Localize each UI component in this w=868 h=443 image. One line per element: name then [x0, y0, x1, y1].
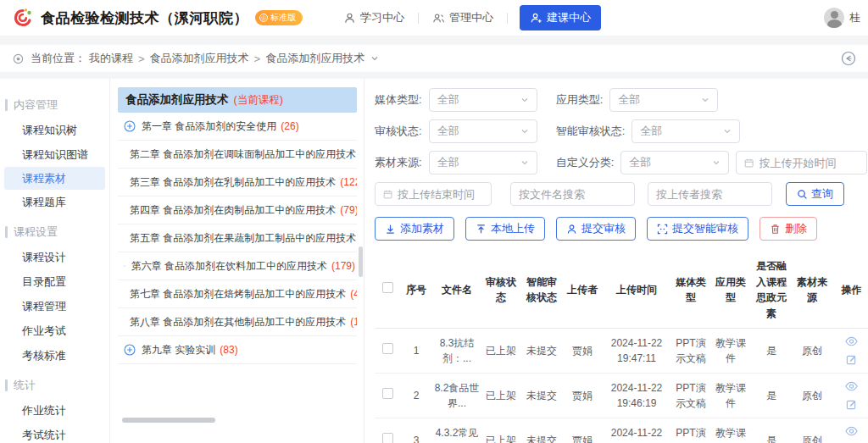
- badge-ring-icon: ◎: [259, 14, 268, 22]
- content-area: 内容管理 课程知识树课程知识图谱课程素材课程题库 课程设置 课程设计目录配置课程…: [0, 79, 868, 443]
- breadcrumb-item-current[interactable]: 食品添加剂应用技术: [265, 51, 364, 66]
- section-bar-icon: [5, 99, 8, 111]
- select-all-checkbox[interactable]: [382, 282, 393, 293]
- upload-end-time-field[interactable]: [398, 188, 483, 201]
- row-source: 原创: [792, 374, 832, 418]
- row-operations: [832, 418, 868, 443]
- sidebar-item[interactable]: 课程知识图谱: [0, 142, 109, 167]
- app-type-value: 全部: [618, 92, 640, 108]
- sidebar-item[interactable]: 课程设计: [0, 245, 109, 269]
- uploader-search-field[interactable]: [656, 188, 764, 201]
- horizontal-scrollbar-thumb[interactable]: [122, 418, 215, 423]
- person-check-icon: [566, 224, 577, 235]
- nav-course-building-label: 建课中心: [547, 10, 591, 25]
- col-app-type: 应用类型: [710, 252, 751, 329]
- chevron-down-icon: [520, 158, 529, 167]
- upload-start-time-input[interactable]: [736, 151, 867, 174]
- expand-plus-icon[interactable]: [124, 120, 136, 132]
- filter-row-2: 审核状态: 全部 智能审核状态: 全部: [375, 119, 868, 143]
- local-upload-label: 本地上传: [491, 221, 535, 236]
- row-uploader: 贾娟: [563, 374, 602, 418]
- delete-button[interactable]: 删除: [760, 217, 817, 241]
- custom-category-select[interactable]: 全部: [620, 151, 729, 174]
- chapter-item[interactable]: 第四章 食品添加剂在肉制品加工中的应用技术 (79): [118, 197, 357, 224]
- user-name: 桂: [849, 10, 861, 25]
- search-icon: [797, 189, 808, 200]
- app-type-select[interactable]: 全部: [609, 88, 718, 112]
- row-checkbox[interactable]: [382, 433, 393, 443]
- breadcrumb-item-my-courses[interactable]: 我的课程: [89, 51, 133, 66]
- chapter-count: (179): [331, 260, 355, 272]
- search-button[interactable]: 查询: [786, 182, 844, 206]
- table-row: 2 8.2食品世界... 已上架 未提交 贾娟 2024-11-2219:46:…: [375, 374, 868, 418]
- chapter-item[interactable]: 第一章 食品添加剂的安全使用 (26): [118, 113, 357, 141]
- expand-plus-icon[interactable]: [124, 344, 136, 356]
- view-eye-icon[interactable]: [845, 426, 858, 436]
- submit-ai-review-button[interactable]: 提交智能审核: [647, 217, 748, 241]
- nav-learning-center[interactable]: 学习中心: [338, 10, 409, 25]
- nav-management-center[interactable]: 管理中心: [427, 10, 498, 25]
- section-bar-icon: [5, 379, 8, 391]
- chapter-item[interactable]: 第七章 食品添加剂在焙烤制品加工中的应用技术 (49): [118, 280, 357, 308]
- sidebar-item[interactable]: 目录配置: [0, 269, 109, 294]
- edit-icon[interactable]: [846, 399, 857, 410]
- row-filename[interactable]: 4.3.2常见水...: [432, 418, 481, 443]
- badge-label: 标准版: [270, 12, 296, 24]
- course-title: 食品添加剂应用技术: [125, 92, 229, 108]
- user-avatar[interactable]: [824, 8, 844, 28]
- learning-center-icon: [343, 12, 356, 25]
- view-eye-icon[interactable]: [845, 381, 858, 391]
- ai-review-status-value: 全部: [640, 124, 662, 139]
- material-source-select[interactable]: 全部: [429, 151, 537, 174]
- col-filename: 文件名: [432, 252, 481, 329]
- chapter-item[interactable]: 第三章 食品添加剂在乳制品加工中的应用技术 (122): [118, 169, 357, 197]
- row-filename[interactable]: 8.2食品世界...: [432, 374, 481, 418]
- sidebar-item[interactable]: 考核标准: [0, 343, 109, 368]
- chevron-down-icon: [712, 158, 721, 167]
- row-ai-review-status: 未提交: [520, 374, 563, 418]
- chapter-label: 第七章 食品添加剂在焙烤制品加工中的应用技术: [130, 287, 346, 302]
- row-filename[interactable]: 8.3抗结剂：...: [432, 329, 481, 374]
- edit-icon[interactable]: [846, 354, 857, 365]
- chapter-item[interactable]: 第九章 实验实训 (83): [118, 336, 357, 364]
- chapter-item[interactable]: 第六章 食品添加剂在饮料加工中的应用技术 (179): [118, 252, 357, 280]
- sidebar-item[interactable]: 课程知识树: [0, 118, 109, 142]
- upload-end-time-input[interactable]: [375, 182, 492, 206]
- chevron-down-icon[interactable]: [370, 54, 379, 63]
- sidebar-item[interactable]: 课程题库: [0, 190, 109, 214]
- row-checkbox[interactable]: [382, 388, 393, 399]
- review-status-select[interactable]: 全部: [429, 119, 537, 143]
- current-course-header[interactable]: 食品添加剂应用技术 (当前课程): [118, 87, 357, 113]
- upload-start-time-field[interactable]: [760, 157, 860, 169]
- chapter-list: 第一章 食品添加剂的安全使用 (26) 第二章 食品添加剂在调味面制品加工中的应…: [118, 113, 357, 364]
- material-main-panel: 媒体类型: 全部 应用类型: 全部 审核状态: 全部 智能审核状态: 全部 素材…: [364, 79, 868, 443]
- media-type-select[interactable]: 全部: [429, 88, 537, 112]
- user-area[interactable]: 桂: [824, 8, 861, 28]
- filename-search-input[interactable]: [510, 182, 635, 206]
- chapter-item[interactable]: 第八章 食品添加剂在其他制品加工中的应用技术 (114): [118, 308, 357, 336]
- uploader-search-input[interactable]: [648, 182, 772, 206]
- filename-search-field[interactable]: [519, 188, 626, 201]
- sidebar-item[interactable]: 作业考试: [0, 318, 109, 343]
- back-button[interactable]: [841, 51, 856, 66]
- expand-plus-icon[interactable]: [124, 260, 125, 272]
- chapter-item[interactable]: 第五章 食品添加剂在果蔬制加工制品中的应用技术 (76): [118, 224, 357, 252]
- row-checkbox[interactable]: [382, 343, 393, 354]
- sidebar-item[interactable]: 课程管理: [0, 294, 109, 318]
- chapter-item[interactable]: 第二章 食品添加剂在调味面制品加工中的应用技术 (61): [118, 141, 357, 169]
- sidebar-item[interactable]: 考试统计: [0, 423, 109, 443]
- breadcrumb-item-course[interactable]: 食品添加剂应用技术: [150, 51, 249, 66]
- row-upload-time: 2024-11-2219:45:34: [602, 418, 671, 443]
- sidebar-items-content-mgmt: 课程知识树课程知识图谱课程素材课程题库: [0, 118, 109, 214]
- sidebar-item[interactable]: 作业统计: [0, 398, 109, 423]
- local-upload-button[interactable]: 本地上传: [465, 217, 545, 241]
- vertical-scrollbar-thumb[interactable]: [359, 246, 363, 277]
- submit-review-button[interactable]: 提交审核: [556, 217, 636, 241]
- sidebar-item[interactable]: 课程素材: [4, 167, 105, 190]
- ai-review-status-select[interactable]: 全部: [632, 119, 740, 143]
- nav-course-building-center-button[interactable]: 建课中心: [520, 5, 601, 30]
- breadcrumb-prefix: 当前位置：: [31, 51, 86, 66]
- row-operations: [832, 374, 868, 418]
- view-eye-icon[interactable]: [845, 336, 858, 346]
- add-material-button[interactable]: 添加素材: [375, 217, 454, 241]
